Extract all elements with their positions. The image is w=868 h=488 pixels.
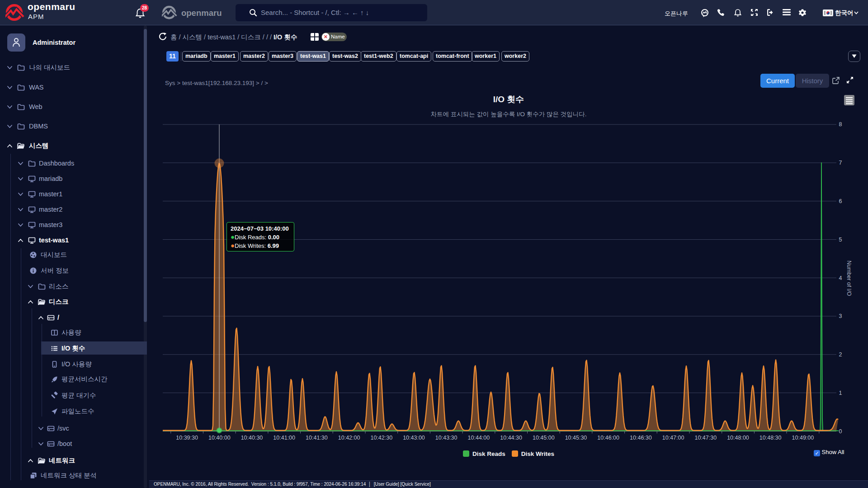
svg-text:10:45:30: 10:45:30 [565,435,587,441]
svg-text:10:42:00: 10:42:00 [338,435,360,441]
svg-text:10:46:30: 10:46:30 [630,435,652,441]
svg-text:10:40:30: 10:40:30 [241,435,263,441]
svg-text:10:46:00: 10:46:00 [597,435,619,441]
svg-text:1: 1 [839,390,842,396]
svg-text:10:43:30: 10:43:30 [435,435,458,441]
svg-text:6: 6 [839,198,842,204]
svg-text:7: 7 [839,160,842,166]
svg-text:10:43:00: 10:43:00 [403,435,425,441]
svg-text:5: 5 [839,237,842,243]
svg-text:10:47:30: 10:47:30 [694,435,717,441]
svg-text:10:44:00: 10:44:00 [468,435,490,441]
svg-text:8: 8 [839,121,842,128]
svg-text:10:45:00: 10:45:00 [533,435,555,441]
svg-text:10:48:00: 10:48:00 [727,435,749,441]
svg-text:3: 3 [839,313,842,319]
svg-text:10:41:30: 10:41:30 [306,435,328,441]
svg-text:10:42:30: 10:42:30 [370,435,392,441]
svg-text:2: 2 [839,351,842,358]
svg-text:10:40:00: 10:40:00 [208,435,231,441]
svg-text:4: 4 [839,275,842,281]
svg-text:10:47:00: 10:47:00 [662,435,684,441]
svg-text:10:39:30: 10:39:30 [176,435,198,441]
svg-text:10:41:00: 10:41:00 [273,435,295,441]
svg-text:10:49:00: 10:49:00 [792,435,814,441]
svg-text:10:48:30: 10:48:30 [760,435,782,441]
svg-text:10:44:30: 10:44:30 [500,435,522,441]
svg-text:0: 0 [839,428,842,435]
